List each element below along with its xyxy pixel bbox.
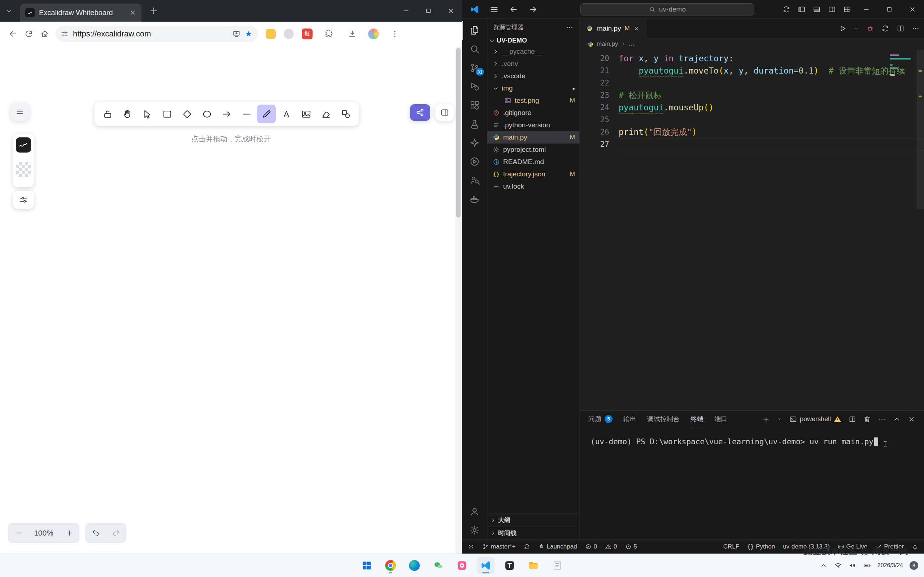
- hidden-icons-chevron[interactable]: [820, 561, 828, 569]
- status-errors[interactable]: 0: [585, 543, 597, 550]
- browser-tab[interactable]: Excalidraw Whiteboard: [20, 3, 142, 22]
- tool-diamond[interactable]: [178, 105, 196, 123]
- taskbar-edge[interactable]: [406, 557, 423, 574]
- taskbar-vscode[interactable]: [478, 557, 494, 574]
- terminal-command-line[interactable]: (uv-demo) PS D:\workspace\vue-learning\u…: [591, 437, 874, 446]
- tool-selection[interactable]: [138, 105, 157, 123]
- toggle-sidebar-icon[interactable]: [794, 0, 809, 19]
- tool-shapes[interactable]: [336, 105, 355, 123]
- new-tab-button[interactable]: [149, 6, 159, 16]
- nav-back-icon[interactable]: [509, 5, 518, 14]
- extension-yellow-icon[interactable]: [266, 29, 276, 39]
- taskbar-wechat[interactable]: [430, 557, 446, 574]
- redo-button[interactable]: [106, 523, 126, 543]
- install-app-icon[interactable]: [233, 30, 241, 38]
- home-button[interactable]: [37, 26, 53, 42]
- excalidraw-menu-button[interactable]: [11, 103, 29, 121]
- sidebar-section-时间线[interactable]: 时间线: [487, 527, 579, 540]
- activity-testing[interactable]: [462, 115, 487, 134]
- code-line-22[interactable]: 22: [580, 77, 924, 89]
- code-line-24[interactable]: 24pyautogui.mouseUp(): [580, 102, 924, 114]
- zoom-level[interactable]: 100%: [28, 529, 59, 537]
- activity-source-control[interactable]: 31: [462, 58, 487, 77]
- reload-button[interactable]: [21, 26, 37, 42]
- activity-references[interactable]: [462, 171, 487, 190]
- folder-.venv[interactable]: .venv: [487, 58, 579, 70]
- excalidraw-canvas[interactable]: 点击并拖动，完成时松开 − 100% + ?: [0, 47, 462, 554]
- activity-account[interactable]: [462, 502, 487, 521]
- zoom-in-button[interactable]: +: [59, 523, 79, 543]
- code-editor[interactable]: 20for x, y in trajectory:21 pyautogui.mo…: [580, 50, 924, 410]
- breadcrumb-file[interactable]: main.py: [597, 40, 618, 48]
- battery-icon[interactable]: [863, 561, 871, 569]
- extensions-puzzle-icon[interactable]: [320, 26, 336, 42]
- nav-forward-icon[interactable]: [528, 5, 538, 14]
- file-main.py[interactable]: main.pyM: [487, 131, 579, 143]
- background-transparent-swatch[interactable]: [16, 162, 31, 177]
- taskbar-typora[interactable]: [501, 557, 518, 574]
- tray-date[interactable]: 2026/3/24: [877, 562, 903, 569]
- project-root[interactable]: UV-DEMO: [487, 36, 579, 45]
- maximize-panel-icon[interactable]: [893, 416, 901, 423]
- profile-avatar[interactable]: [368, 29, 379, 39]
- tool-hand[interactable]: [118, 105, 137, 123]
- sidebar-section-大纲[interactable]: 大纲: [487, 514, 579, 527]
- menu-icon[interactable]: [489, 5, 499, 14]
- activity-run-debug[interactable]: [462, 77, 487, 96]
- tool-image[interactable]: [297, 105, 315, 123]
- browser-menu-icon[interactable]: [387, 26, 403, 42]
- volume-icon[interactable]: [848, 561, 856, 569]
- status-git-branch[interactable]: master*+: [482, 543, 516, 550]
- taskbar-start[interactable]: [359, 557, 375, 574]
- taskbar-media-app[interactable]: [454, 557, 470, 574]
- close-button[interactable]: [439, 0, 462, 22]
- refresh-icon[interactable]: [881, 24, 889, 32]
- code-line-27[interactable]: 27: [580, 138, 924, 150]
- overview-ruler[interactable]: [917, 50, 924, 410]
- status-sync-changes[interactable]: [524, 543, 530, 550]
- vscode-minimize-button[interactable]: [855, 0, 878, 19]
- bookmark-star-icon[interactable]: [245, 30, 253, 38]
- tool-rectangle[interactable]: [158, 105, 176, 123]
- toggle-secondary-sidebar-icon[interactable]: [824, 0, 840, 19]
- toggle-panel-icon[interactable]: [809, 0, 824, 19]
- file-.python-version[interactable]: .python-version: [487, 119, 579, 131]
- vscode-maximize-button[interactable]: [878, 0, 901, 19]
- undo-button[interactable]: [85, 523, 106, 543]
- folder-.vscode[interactable]: .vscode: [487, 70, 579, 82]
- code-line-21[interactable]: 21 pyautogui.moveTo(x, y, duration=0.1) …: [580, 64, 924, 77]
- back-button[interactable]: [5, 26, 21, 42]
- page-scrollbar[interactable]: [456, 47, 461, 554]
- taskbar-chrome[interactable]: [382, 557, 399, 574]
- tab-list-chevron-icon[interactable]: [4, 6, 14, 16]
- panel-tab-调试控制台[interactable]: 调试控制台: [647, 411, 680, 427]
- file-README.md[interactable]: README.md: [487, 156, 579, 168]
- run-dropdown-icon[interactable]: [854, 26, 859, 31]
- file-pyproject.toml[interactable]: pyproject.toml: [487, 143, 579, 156]
- panel-tab-终端[interactable]: 终端: [690, 411, 703, 427]
- activity-settings[interactable]: [462, 521, 487, 540]
- library-button[interactable]: [435, 104, 454, 121]
- extension-gray-icon[interactable]: [284, 29, 294, 39]
- terminal-dropdown-icon[interactable]: [777, 416, 782, 422]
- maximize-button[interactable]: [417, 0, 439, 22]
- split-terminal-icon[interactable]: [848, 416, 856, 423]
- network-icon[interactable]: [834, 561, 842, 569]
- panel-tab-端口[interactable]: 端口: [714, 411, 727, 427]
- activity-snippets[interactable]: [462, 134, 487, 152]
- panel-more-icon[interactable]: [878, 416, 886, 423]
- terminal-instance[interactable]: powershell: [789, 416, 842, 423]
- customize-layout-icon[interactable]: [840, 0, 855, 19]
- tool-draw[interactable]: [257, 105, 276, 123]
- file-test.png[interactable]: test.pngM: [487, 95, 579, 107]
- tool-text[interactable]: [277, 105, 296, 123]
- site-settings-icon[interactable]: [61, 30, 69, 38]
- explorer-more-icon[interactable]: [565, 23, 573, 31]
- downloads-icon[interactable]: [344, 26, 360, 42]
- minimize-button[interactable]: [395, 0, 417, 22]
- status-warnings[interactable]: 0: [605, 543, 617, 550]
- status-remote-indicator[interactable]: [468, 543, 474, 550]
- notification-badge[interactable]: 8: [909, 561, 918, 570]
- zoom-out-button[interactable]: −: [8, 523, 28, 543]
- activity-search[interactable]: [462, 40, 487, 58]
